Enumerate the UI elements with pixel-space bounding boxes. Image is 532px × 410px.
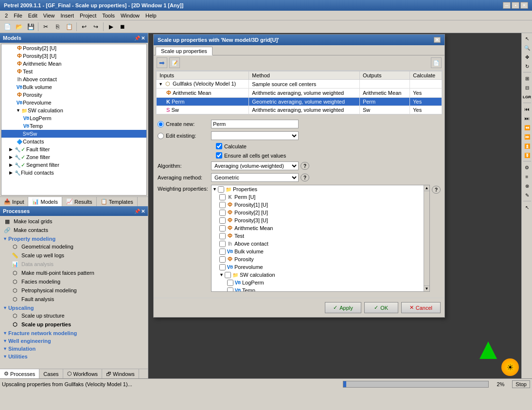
proc-close-icon[interactable]: ✕ (141, 209, 145, 214)
prop-test-cb[interactable] (219, 233, 226, 239)
prop-test[interactable]: Φ Test (212, 232, 429, 240)
rtb-btn6[interactable]: ⏩ (523, 132, 532, 141)
prop-root-cb[interactable] (218, 186, 224, 193)
tab-input[interactable]: 📥 Input (0, 197, 28, 206)
rtb-layers[interactable]: ≡ (523, 172, 532, 181)
rtb-btn2[interactable]: ⊟ (523, 83, 532, 92)
tb-new[interactable]: 📄 (2, 22, 13, 32)
tree-item-bulk[interactable]: VB Bulk volume (1, 83, 146, 91)
tree-item-porosity2[interactable]: Φ Porosity[2] [U] (1, 44, 146, 52)
prop-perm-cb[interactable] (219, 194, 226, 200)
tb-btn5[interactable]: ▶ (106, 22, 116, 32)
prop-arith-mean[interactable]: Φ Arithmetic Mean (212, 224, 429, 232)
prop-perm[interactable]: K Perm [U] (212, 193, 429, 201)
menu-window[interactable]: Window (118, 12, 142, 19)
toggle-upscaling[interactable]: ▼ (3, 305, 7, 310)
prop-porevolume[interactable]: VB Porevolume (212, 263, 429, 271)
menu-file[interactable]: File (11, 12, 25, 19)
prop-porevo-cb[interactable] (219, 264, 226, 270)
tb-copy[interactable]: ⎘ (52, 22, 63, 32)
tb-redo[interactable]: ↪ (90, 22, 101, 32)
table-row-perm[interactable]: K Perm Geometric averaging, volume weigh… (157, 98, 442, 106)
close-button[interactable]: ✕ (520, 2, 528, 9)
tree-item-above[interactable]: Ih Above contact (1, 75, 146, 83)
table-row[interactable]: Φ Arithmetic Mean Arithmetic averaging, … (157, 89, 442, 98)
prop-bulk-cb[interactable] (219, 249, 226, 255)
rtb-pan[interactable]: ✥ (523, 53, 532, 61)
tree-item-zone-filter[interactable]: ▶ 🔧 ✓ Zone filter (1, 153, 146, 161)
dialog-tb-add[interactable]: ➡ (157, 57, 167, 68)
stop-button[interactable]: Stop (512, 380, 530, 388)
create-new-radio[interactable] (158, 121, 164, 127)
tb-btn6[interactable]: ⏹ (117, 22, 128, 32)
tab-windows[interactable]: 🗗 Windows (102, 369, 139, 378)
tree-item-porosity3[interactable]: Φ Porosity[3] [U] (1, 52, 146, 60)
prop-por3-cb[interactable] (219, 217, 226, 224)
dialog-tab-scaleup[interactable]: Scale up properties (156, 47, 213, 55)
proc-data-analysis[interactable]: 📊 Data analysis (1, 260, 147, 268)
prop-above-cb[interactable] (219, 241, 226, 247)
tree-item-contacts[interactable]: 🔷 Contacts (1, 138, 146, 145)
cancel-button[interactable]: ✕ Cancel (401, 302, 441, 313)
prop-por-cb[interactable] (219, 256, 226, 263)
rtb-btn8[interactable]: ⏬ (523, 151, 532, 160)
rtb-btn4[interactable]: ⏭ (523, 114, 532, 123)
proc-scale-structure[interactable]: ⬡ Scale up structure (1, 311, 147, 320)
prop-above[interactable]: Ih Above contact (212, 240, 429, 248)
menu-tools[interactable]: Tools (99, 12, 118, 19)
tab-cases[interactable]: Cases (39, 369, 63, 378)
tree-item-porevolume[interactable]: VB Porevolume (1, 99, 146, 107)
prop-por2-cb[interactable] (219, 210, 226, 216)
proc-scale-well[interactable]: 📏 Scale up well logs (1, 251, 147, 260)
tree-item-logperm[interactable]: VB LogPerm (1, 114, 146, 122)
prop-sw-calc[interactable]: ▼ 📁 SW calculation (212, 271, 429, 279)
tb-undo[interactable]: ↩ (79, 22, 89, 32)
menu-project[interactable]: Project (77, 12, 99, 19)
rtb-btn3[interactable]: ⏮ (523, 105, 532, 113)
prop-porosity[interactable]: Φ Porosity (212, 255, 429, 263)
proc-make-contacts[interactable]: 🔗 Make contacts (1, 226, 147, 234)
proc-fault-analysis[interactable]: ⬡ Fault analysis (1, 295, 147, 303)
tree-item-fluid[interactable]: ▶ 🔧 Fluid contacts (1, 169, 146, 177)
avg-method-help[interactable]: ? (301, 174, 309, 181)
tb-cut[interactable]: ✂ (40, 22, 51, 32)
toggle-well[interactable]: ▼ (3, 339, 7, 343)
dialog-close-button[interactable]: ✕ (434, 37, 441, 43)
tab-results[interactable]: 📈 Results (62, 197, 97, 206)
algorithm-select[interactable]: Averaging (volume-weighted) (211, 161, 299, 170)
rtb-lgr[interactable]: LGR (523, 92, 532, 101)
minimize-button[interactable]: ─ (503, 2, 511, 9)
prop-arith-cb[interactable] (219, 225, 226, 232)
apply-button[interactable]: ✓ Apply (325, 302, 361, 313)
weighting-help[interactable]: ? (432, 186, 441, 194)
restore-button[interactable]: ▪ (512, 2, 519, 9)
rtb-cursor[interactable]: ↖ (523, 34, 532, 43)
rtb-btn7[interactable]: ⏫ (523, 142, 532, 150)
ok-button[interactable]: ✓ OK (364, 302, 398, 313)
tree-item-segment-filter[interactable]: ▶ 🔧 ✓ Segment filter (1, 161, 146, 169)
proc-make-local-grids[interactable]: ▦ Make local grids (1, 217, 147, 226)
table-row[interactable]: S Sw Arithmetic averaging, volume weight… (157, 106, 442, 114)
rtb-btn5[interactable]: ⏪ (523, 123, 532, 132)
tb-open[interactable]: 📂 (14, 22, 24, 32)
dialog-tb-options[interactable]: 📄 (431, 57, 442, 68)
edit-existing-radio[interactable] (158, 133, 164, 139)
prop-temp-cb[interactable] (227, 287, 233, 292)
toggle-sim[interactable]: ▼ (3, 346, 7, 351)
proc-scale-props[interactable]: ⬡ Scale up properties (1, 320, 147, 329)
menu-view[interactable]: View (40, 12, 58, 19)
menu-edit[interactable]: Edit (25, 12, 40, 19)
prop-por1[interactable]: Φ Porosity[1] [U] (212, 201, 429, 209)
calculate-checkbox[interactable] (216, 143, 222, 149)
create-new-input[interactable] (211, 120, 299, 128)
tab-workflows[interactable]: ⬡ Workflows (63, 369, 103, 378)
tab-templates[interactable]: 📋 Templates (97, 197, 138, 206)
toggle-util[interactable]: ▼ (3, 354, 7, 359)
rtb-rotate[interactable]: ↻ (523, 62, 532, 71)
avg-method-select[interactable]: Geometric (211, 173, 299, 182)
tab-models[interactable]: 📊 Models (28, 197, 62, 206)
rtb-zoom[interactable]: 🔍 (523, 43, 532, 52)
scroll-up[interactable]: ▲ (424, 185, 429, 191)
proc-geom-modeling[interactable]: ⬡ Geometrical modeling (1, 242, 147, 251)
rtb-filter[interactable]: ⊗ (523, 181, 532, 190)
